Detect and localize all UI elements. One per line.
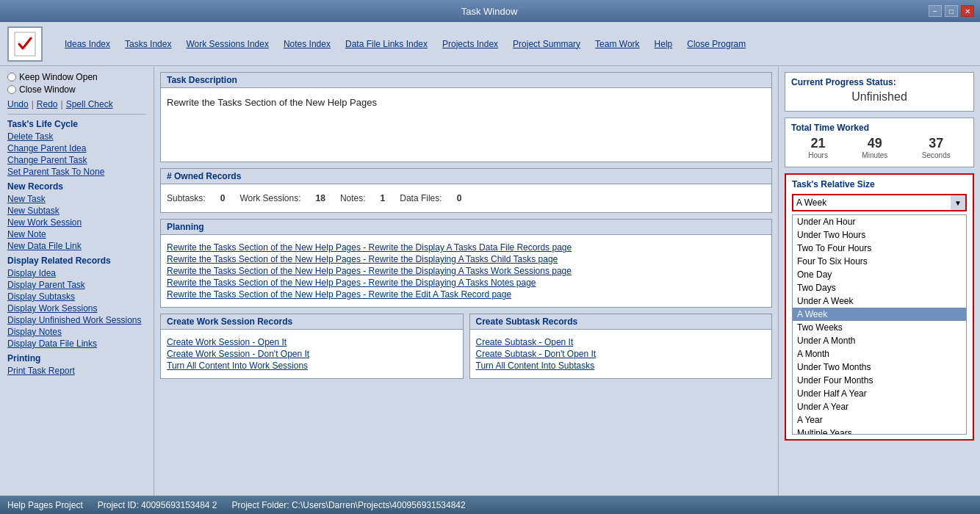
delete-task-link[interactable]: Delete Task (7, 131, 146, 142)
dropdown-option-16[interactable]: Multiple Years (793, 427, 966, 435)
hours-value: 21 (808, 136, 828, 151)
seconds-value: 37 (922, 136, 951, 151)
dropdown-option-5[interactable]: Two Days (793, 281, 966, 294)
planning-item-1[interactable]: Rewrite the Tasks Section of the New Hel… (167, 254, 765, 264)
task-description-header: Task Description (161, 73, 771, 88)
app-icon (7, 26, 43, 62)
dropdown-option-2[interactable]: Two To Four Hours (793, 242, 966, 255)
dropdown-option-3[interactable]: Four To Six Hours (793, 255, 966, 268)
spell-check-link[interactable]: Spell Check (66, 99, 113, 109)
menu-projects-index[interactable]: Projects Index (435, 36, 505, 52)
create-work-session-header: Create Work Session Records (161, 314, 463, 330)
main-layout: Keep Window Open Close Window Undo | Red… (0, 66, 980, 496)
hours-label: Hours (808, 151, 828, 159)
planning-item-4[interactable]: Rewrite the Tasks Section of the New Hel… (167, 289, 765, 300)
maximize-button[interactable]: □ (945, 5, 958, 17)
create-ws-all-content-link[interactable]: Turn All Content Into Work Sessions (167, 361, 457, 371)
redo-link[interactable]: Redo (37, 99, 58, 109)
menu-data-file-links-index[interactable]: Data File Links Index (338, 36, 435, 52)
menu-close-program[interactable]: Close Program (680, 36, 753, 52)
owned-records-box: # Owned Records Subtasks: 0 Work Session… (160, 168, 772, 213)
dropdown-option-6[interactable]: Under A Week (793, 294, 966, 308)
dropdown-option-1[interactable]: Under Two Hours (793, 228, 966, 242)
dropdown-option-10[interactable]: A Month (793, 347, 966, 361)
notes-label: Notes: (340, 193, 366, 203)
close-window-button[interactable]: ✕ (961, 5, 974, 17)
hours-unit: 21 Hours (808, 136, 828, 159)
display-notes-link[interactable]: Display Notes (7, 327, 146, 337)
dropdown-option-0[interactable]: Under An Hour (793, 215, 966, 228)
planning-item-0[interactable]: Rewrite the Tasks Section of the New Hel… (167, 242, 765, 253)
subtasks-value: 0 (220, 193, 226, 203)
create-subtask-open-link[interactable]: Create Subtask - Open It (476, 337, 766, 347)
dropdown-option-15[interactable]: A Year (793, 413, 966, 427)
keep-window-open-row: Keep Window Open (7, 72, 146, 82)
create-subtask-dont-open-link[interactable]: Create Subtask - Don't Open It (476, 349, 766, 359)
new-subtask-link[interactable]: New Subtask (7, 206, 146, 216)
change-parent-idea-link[interactable]: Change Parent Idea (7, 143, 146, 153)
edit-actions-row: Undo | Redo | Spell Check (7, 99, 146, 109)
display-parent-task-link[interactable]: Display Parent Task (7, 280, 146, 290)
menu-notes-index[interactable]: Notes Index (276, 36, 338, 52)
dropdown-option-14[interactable]: Under A Year (793, 400, 966, 413)
display-unfinished-work-sessions-link[interactable]: Display Unfinished Work Sessions (7, 315, 146, 325)
display-subtasks-link[interactable]: Display Subtasks (7, 292, 146, 302)
undo-link[interactable]: Undo (7, 99, 29, 109)
planning-item-2[interactable]: Rewrite the Tasks Section of the New Hel… (167, 266, 765, 276)
display-section-title: Display Related Records (7, 256, 146, 266)
create-subtask-all-content-link[interactable]: Turn All Content Into Subtasks (476, 361, 766, 371)
dropdown-option-12[interactable]: Under Four Months (793, 374, 966, 387)
change-parent-task-link[interactable]: Change Parent Task (7, 155, 146, 165)
center-content: Task Description Rewrite the Tasks Secti… (154, 66, 778, 496)
dropdown-option-8[interactable]: Two Weeks (793, 321, 966, 334)
create-ws-dont-open-link[interactable]: Create Work Session - Don't Open It (167, 349, 457, 359)
new-task-link[interactable]: New Task (7, 194, 146, 204)
planning-item-3[interactable]: Rewrite the Tasks Section of the New Hel… (167, 278, 765, 288)
display-data-file-links-link[interactable]: Display Data File Links (7, 339, 146, 349)
create-subtask-body: Create Subtask - Open It Create Subtask … (470, 330, 772, 378)
display-work-sessions-link[interactable]: Display Work Sessions (7, 303, 146, 314)
dropdown-arrow-icon[interactable]: ▼ (951, 194, 967, 211)
menu-team-work[interactable]: Team Work (588, 36, 646, 52)
dropdown-option-11[interactable]: Under Two Months (793, 361, 966, 374)
dropdown-option-7[interactable]: A Week (793, 308, 966, 321)
create-subtask-header: Create Subtask Records (470, 314, 772, 330)
dropdown-option-13[interactable]: Under Half A Year (793, 387, 966, 400)
sidebar: Keep Window Open Close Window Undo | Red… (0, 66, 154, 496)
new-note-link[interactable]: New Note (7, 229, 146, 239)
menu-tasks-index[interactable]: Tasks Index (118, 36, 179, 52)
dropdown-list: Under An Hour Under Two Hours Two To Fou… (792, 214, 967, 435)
time-worked-row: 21 Hours 49 Minutes 37 Seconds (791, 136, 968, 159)
minutes-label: Minutes (862, 151, 887, 159)
print-task-report-link[interactable]: Print Task Report (7, 366, 146, 376)
close-window-radio[interactable] (7, 85, 16, 94)
menu-ideas-index[interactable]: Ideas Index (57, 36, 118, 52)
create-work-session-body: Create Work Session - Open It Create Wor… (161, 330, 463, 378)
close-window-label: Close Window (19, 84, 76, 95)
relative-size-input[interactable] (792, 194, 967, 211)
work-sessions-label: Work Sessions: (239, 193, 300, 203)
minutes-value: 49 (862, 136, 887, 151)
display-idea-link[interactable]: Display Idea (7, 268, 146, 278)
menu-project-summary[interactable]: Project Summary (505, 36, 588, 52)
menu-help[interactable]: Help (647, 36, 680, 52)
subtasks-label: Subtasks: (167, 193, 206, 203)
keep-window-open-radio[interactable] (7, 73, 16, 82)
create-ws-open-link[interactable]: Create Work Session - Open It (167, 337, 457, 347)
set-parent-task-none-link[interactable]: Set Parent Task To None (7, 167, 146, 177)
new-data-file-link-link[interactable]: New Data File Link (7, 241, 146, 251)
progress-status-section: Current Progress Status: Unfinished (785, 72, 974, 112)
owned-records-header: # Owned Records (161, 169, 771, 184)
status-project: Help Pages Project (7, 500, 83, 510)
lifecycle-section-title: Task's Life Cycle (7, 119, 146, 129)
dropdown-option-9[interactable]: Under A Month (793, 334, 966, 347)
minutes-unit: 49 Minutes (862, 136, 887, 159)
time-worked-title: Total Time Worked (791, 123, 968, 133)
relative-size-section: Task's Relative Size ▼ Under An Hour Und… (785, 173, 974, 441)
owned-records-row: Subtasks: 0 Work Sessions: 18 Notes: 1 D… (167, 190, 765, 206)
menu-work-sessions-index[interactable]: Work Sessions Index (179, 36, 276, 52)
task-description-text: Rewrite the Tasks Section of the New Hel… (167, 94, 765, 111)
dropdown-option-4[interactable]: One Day (793, 268, 966, 281)
new-work-session-link[interactable]: New Work Session (7, 217, 146, 228)
minimize-button[interactable]: − (929, 5, 942, 17)
